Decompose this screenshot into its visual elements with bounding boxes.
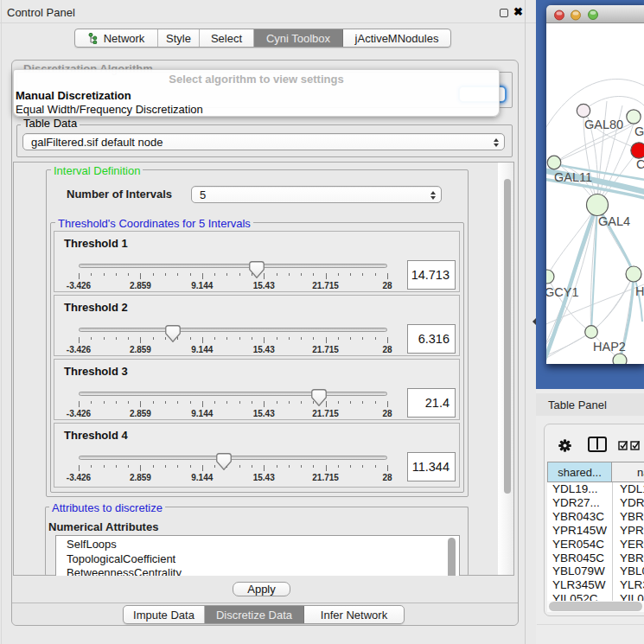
svg-text:GAL4: GAL4 — [598, 214, 630, 228]
svg-text:GAL80: GAL80 — [584, 118, 623, 131]
svg-text:CT: CT — [636, 157, 644, 171]
svg-text:GAL11: GAL11 — [554, 170, 592, 184]
svg-text:HAP2: HAP2 — [593, 340, 626, 354]
svg-text:GA: GA — [634, 124, 644, 138]
svg-text:H: H — [635, 284, 644, 298]
svg-text:GCY1: GCY1 — [546, 285, 579, 299]
